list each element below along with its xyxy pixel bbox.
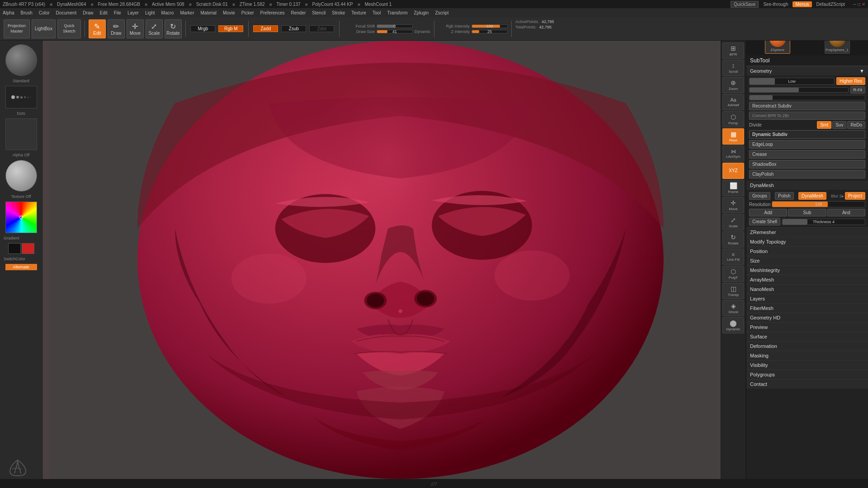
edgeloop-btn[interactable]: EdgeLoop bbox=[749, 140, 865, 149]
linefill-btn[interactable]: ≡ Line Fill bbox=[722, 249, 744, 265]
menu-color[interactable]: Color bbox=[39, 10, 50, 15]
subdiv-slider[interactable] bbox=[749, 95, 865, 100]
frame-btn[interactable]: ⬜ Frame bbox=[722, 180, 744, 196]
polygroups-header[interactable]: Polygroups bbox=[746, 370, 868, 379]
see-through-label[interactable]: See-through bbox=[763, 2, 788, 7]
grad-swatch-black[interactable] bbox=[8, 243, 21, 254]
rgb-btn[interactable]: Rgb M bbox=[217, 25, 245, 32]
sub-btn[interactable]: Sub bbox=[788, 209, 826, 216]
default-zscript[interactable]: DefaultZScript bbox=[816, 2, 845, 7]
alternate-btn[interactable]: Alternate bbox=[5, 264, 37, 270]
visibility-header[interactable]: Visibility bbox=[746, 361, 868, 370]
draw-size-slider[interactable]: 41 bbox=[377, 30, 413, 33]
bpr-btn[interactable]: ⊞ BPR bbox=[722, 42, 744, 59]
menu-zscript[interactable]: Zscript bbox=[435, 10, 448, 15]
menu-marker[interactable]: Marker bbox=[180, 10, 194, 15]
move-btn[interactable]: ✛ Move bbox=[127, 19, 144, 38]
smt-btn[interactable]: Smt bbox=[817, 121, 831, 129]
add-btn[interactable]: Add bbox=[749, 209, 787, 216]
size-header[interactable]: Size bbox=[746, 256, 868, 265]
contact-header[interactable]: Contact bbox=[746, 380, 868, 389]
claypolish-btn[interactable]: ClayPolish bbox=[749, 170, 865, 178]
menu-zplugin[interactable]: Zplugin bbox=[414, 10, 429, 15]
menu-stroke[interactable]: Stroke bbox=[332, 10, 345, 15]
menu-brush[interactable]: Brush bbox=[21, 10, 33, 15]
persp-btn[interactable]: ⬡ Persp bbox=[722, 111, 744, 127]
groups-btn[interactable]: Groups bbox=[749, 192, 770, 200]
menu-material[interactable]: Material bbox=[201, 10, 217, 15]
rotate-btn[interactable]: ↻ Rotate bbox=[165, 19, 182, 38]
transp-btn[interactable]: ◫ Transp bbox=[722, 283, 744, 299]
menu-movie[interactable]: Movie bbox=[223, 10, 235, 15]
lact-sym-btn[interactable]: ⋈ LActSym bbox=[722, 145, 744, 162]
create-shell-btn[interactable]: Create Shell bbox=[749, 218, 780, 225]
canvas-area[interactable] bbox=[42, 41, 746, 479]
zremesher-header[interactable]: ZRemesher bbox=[746, 228, 868, 237]
color-picker[interactable] bbox=[5, 202, 37, 233]
zadd-btn[interactable]: Zadd bbox=[252, 25, 279, 32]
menu-stencil[interactable]: Stencil bbox=[312, 10, 326, 15]
min-btn[interactable]: ─ bbox=[853, 2, 856, 7]
scroll-btn[interactable]: ↕ Scroll bbox=[722, 60, 744, 76]
res-slider[interactable]: Low bbox=[749, 78, 835, 85]
preview-header[interactable]: Preview bbox=[746, 323, 868, 332]
stroke-pattern[interactable] bbox=[5, 86, 37, 108]
menu-edit[interactable]: Edit bbox=[100, 10, 108, 15]
ghost-btn[interactable]: ◈ Ghost bbox=[722, 300, 744, 316]
redo-btn[interactable]: ReDo bbox=[847, 121, 865, 129]
polyf-btn[interactable]: ⬡ PolyF bbox=[722, 266, 744, 282]
aahalf-btn[interactable]: Aa AAHalf bbox=[722, 94, 744, 110]
higher-res-btn[interactable]: Higher Res bbox=[836, 77, 865, 85]
modify-topology-header[interactable]: Modify Topology bbox=[746, 237, 868, 246]
nanomesh-header[interactable]: NanoMesh bbox=[746, 285, 868, 294]
suv-btn[interactable]: Suv bbox=[832, 121, 846, 129]
menu-tool[interactable]: Tool bbox=[373, 10, 381, 15]
scale-btn[interactable]: ⤢ Scale bbox=[146, 19, 163, 38]
menu-render[interactable]: Render bbox=[291, 10, 306, 15]
polish-btn[interactable]: Polish bbox=[775, 192, 793, 200]
r-fit-btn[interactable]: R-Fit bbox=[850, 86, 866, 94]
close-btn[interactable]: ✕ bbox=[862, 2, 865, 7]
shadowbox-btn[interactable]: ShadowBox bbox=[749, 160, 865, 169]
alpha-swatch[interactable] bbox=[5, 118, 37, 150]
dynamesh-btn[interactable]: DynaMesh bbox=[798, 192, 826, 200]
project-btn[interactable]: Project bbox=[845, 192, 865, 200]
convert-bpr-btn[interactable]: Convert BPR To ZBr bbox=[749, 112, 865, 120]
menu-file[interactable]: File bbox=[114, 10, 121, 15]
menu-texture[interactable]: Texture bbox=[351, 10, 366, 15]
lightbox-btn[interactable]: LightBox bbox=[32, 19, 56, 38]
menu-layer[interactable]: Layer bbox=[127, 10, 139, 15]
edit-btn[interactable]: ✎ Edit bbox=[89, 19, 106, 38]
reconstruct-subdiv-btn[interactable]: Reconstruct Subdiv bbox=[749, 102, 865, 110]
material-swatch[interactable] bbox=[5, 44, 37, 76]
rotate-tool-btn[interactable]: ↻ Rotate bbox=[722, 231, 744, 248]
res-detail-slider[interactable] bbox=[749, 87, 849, 93]
quick-save-btn[interactable]: QuickSave bbox=[731, 1, 759, 8]
texture-swatch[interactable] bbox=[5, 160, 37, 192]
dynamic-btn[interactable]: ⬤ Dynamic bbox=[722, 317, 744, 333]
crease-btn[interactable]: Crease bbox=[749, 150, 865, 159]
geometry-header[interactable]: Geometry ▼ bbox=[746, 66, 868, 75]
position-header[interactable]: Position bbox=[746, 247, 868, 256]
mrgb-btn[interactable]: Mrgb bbox=[189, 25, 217, 32]
arraymesh-header[interactable]: ArrayMesh bbox=[746, 275, 868, 284]
scale-tool-btn[interactable]: ⤢ Scale bbox=[722, 214, 744, 230]
fibermesh-header[interactable]: FiberMesh bbox=[746, 304, 868, 313]
menu-picker[interactable]: Picker bbox=[241, 10, 254, 15]
zsub-btn[interactable]: Zsub bbox=[280, 25, 307, 32]
geometry-hd-header[interactable]: Geometry HD bbox=[746, 313, 868, 322]
masking-header[interactable]: Masking bbox=[746, 351, 868, 360]
projection-master-btn[interactable]: Projection Master bbox=[4, 19, 30, 38]
layers-header[interactable]: Layers bbox=[746, 294, 868, 303]
menu-document[interactable]: Document bbox=[56, 10, 77, 15]
zoom-btn[interactable]: ⊕ Zoom bbox=[722, 77, 744, 93]
focal-shift-slider[interactable]: 0 bbox=[377, 24, 413, 28]
menu-preferences[interactable]: Preferences bbox=[260, 10, 285, 15]
xyz-btn[interactable]: XYZ bbox=[722, 163, 744, 179]
zdot-btn[interactable]: Zdot bbox=[308, 25, 335, 32]
resolution-slider[interactable]: 128 bbox=[772, 201, 865, 207]
rgb-intensity-slider[interactable]: 100 bbox=[472, 24, 508, 28]
menu-light[interactable]: Light bbox=[145, 10, 155, 15]
z-intensity-slider[interactable]: 25 bbox=[472, 30, 508, 33]
floor-btn[interactable]: ▦ Floor bbox=[722, 128, 744, 145]
